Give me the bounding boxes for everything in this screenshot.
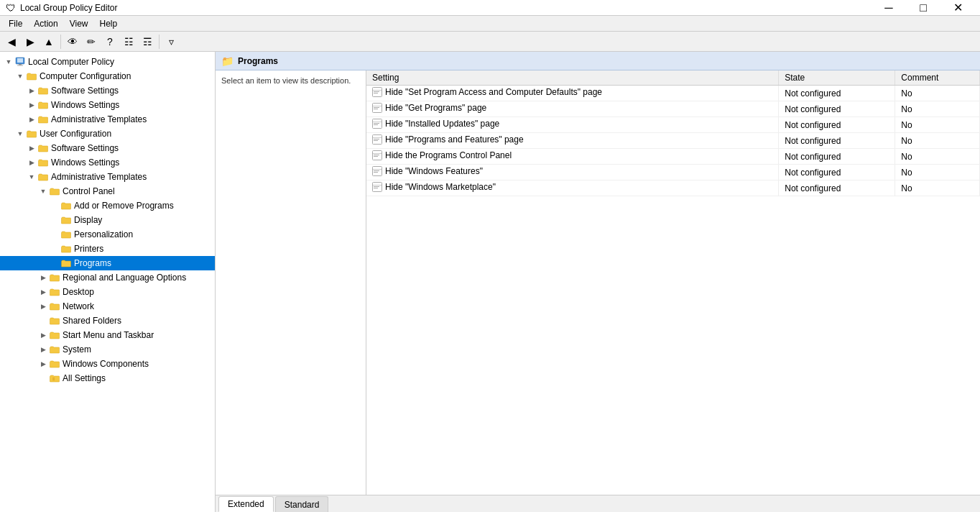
menu-item-action[interactable]: Action — [28, 16, 63, 32]
tree-toggle-regional-language[interactable] — [37, 272, 49, 283]
tree-toggle-windows-settings-cc[interactable] — [26, 99, 37, 111]
menu-item-file[interactable]: File — [3, 16, 28, 32]
table-row[interactable]: Hide "Windows Marketplace"Not configured… — [366, 180, 980, 196]
tree-toggle-admin-templates-uc[interactable] — [26, 171, 37, 183]
tree-item-user-configuration[interactable]: User Configuration — [0, 127, 215, 141]
tree-item-start-menu-taskbar[interactable]: Start Menu and Taskbar — [0, 328, 215, 342]
title-bar: 🛡 Local Group Policy Editor ─ □ ✕ — [0, 0, 980, 16]
tree-item-all-settings[interactable]: ≡All Settings — [0, 371, 215, 385]
tree-toggle-windows-components[interactable] — [37, 358, 49, 370]
tree-icon-software-settings-uc — [37, 142, 49, 154]
svg-rect-2 — [19, 64, 22, 65]
toolbar-filter[interactable]: ▿ — [162, 33, 180, 50]
toolbar-help[interactable]: ? — [101, 33, 119, 50]
tree-item-display[interactable]: Display — [0, 213, 215, 227]
minimize-button[interactable]: ─ — [872, 0, 905, 16]
toolbar-forward[interactable]: ▶ — [22, 33, 39, 50]
table-row[interactable]: Hide "Set Program Access and Computer De… — [366, 86, 980, 101]
state-cell: Not configured — [779, 86, 895, 101]
right-panel: 📁 Programs Select an item to view its de… — [216, 52, 980, 512]
tab-extended[interactable]: Extended — [218, 496, 274, 512]
col-setting[interactable]: Setting — [366, 70, 779, 86]
svg-rect-24 — [374, 156, 378, 157]
tree-item-computer-configuration[interactable]: Computer Configuration — [0, 69, 215, 83]
tree-label-system: System — [63, 344, 91, 355]
toolbar-properties[interactable]: ✏ — [83, 33, 100, 50]
maximize-button[interactable]: □ — [907, 0, 940, 16]
setting-cell: Hide the Programs Control Panel — [366, 149, 779, 165]
tree-label-shared-folders: Shared Folders — [63, 316, 121, 326]
tree-label-windows-settings-uc: Windows Settings — [51, 157, 119, 168]
tree-toggle-personalization[interactable] — [49, 229, 60, 240]
tree-item-windows-settings-cc[interactable]: Windows Settings — [0, 98, 215, 112]
tree-item-control-panel[interactable]: Control Panel — [0, 184, 215, 198]
tree-item-programs[interactable]: Programs — [0, 256, 215, 270]
tree-item-windows-components[interactable]: Windows Components — [0, 357, 215, 371]
tree-item-shared-folders[interactable]: Shared Folders — [0, 314, 215, 328]
tree-toggle-local-computer-policy[interactable] — [3, 56, 14, 68]
toolbar-back[interactable]: ◀ — [3, 33, 20, 50]
tree-toggle-network[interactable] — [37, 301, 49, 312]
toolbar-view2[interactable]: ☶ — [139, 33, 156, 50]
tree-toggle-all-settings[interactable] — [37, 372, 49, 384]
tree-item-personalization[interactable]: Personalization — [0, 227, 215, 242]
settings-panel[interactable]: Setting State Comment Hide "Set Program … — [366, 70, 980, 495]
tree-item-network[interactable]: Network — [0, 299, 215, 314]
tree-item-windows-settings-uc[interactable]: Windows Settings — [0, 155, 215, 170]
tree-label-local-computer-policy: Local Computer Policy — [28, 57, 114, 67]
menu-item-help[interactable]: Help — [94, 16, 124, 32]
tree-label-programs: Programs — [74, 258, 111, 268]
tree-item-local-computer-policy[interactable]: Local Computer Policy — [0, 55, 215, 69]
tree-item-printers[interactable]: Printers — [0, 242, 215, 256]
tree-item-system[interactable]: System — [0, 342, 215, 357]
table-row[interactable]: Hide the Programs Control PanelNot confi… — [366, 149, 980, 165]
tree-item-admin-templates-uc[interactable]: Administrative Templates — [0, 170, 215, 184]
tree-label-computer-configuration: Computer Configuration — [40, 71, 131, 81]
tree-toggle-software-settings-cc[interactable] — [26, 85, 37, 96]
svg-rect-8 — [374, 93, 378, 93]
tree-item-add-remove-programs[interactable]: Add or Remove Programs — [0, 198, 215, 213]
tree-icon-system — [49, 344, 60, 355]
tree-icon-windows-components — [49, 358, 60, 370]
col-comment[interactable]: Comment — [895, 70, 980, 86]
right-panel-title: Programs — [238, 56, 278, 66]
tree-toggle-add-remove-programs[interactable] — [49, 200, 60, 211]
tree-toggle-printers[interactable] — [49, 243, 60, 255]
tree-toggle-windows-settings-uc[interactable] — [26, 157, 37, 168]
tree-toggle-start-menu-taskbar[interactable] — [37, 329, 49, 341]
tree-label-desktop: Desktop — [63, 287, 94, 297]
table-row[interactable]: Hide "Programs and Features" pageNot con… — [366, 133, 980, 149]
tree-icon-network — [49, 301, 60, 312]
svg-rect-3 — [17, 65, 23, 66]
right-panel-header: 📁 Programs — [216, 52, 980, 70]
tree-icon-shared-folders — [49, 315, 60, 326]
tree-toggle-admin-templates-cc[interactable] — [26, 114, 37, 125]
tree-toggle-computer-configuration[interactable] — [14, 70, 26, 82]
close-button[interactable]: ✕ — [941, 0, 974, 16]
tree-toggle-display[interactable] — [49, 214, 60, 226]
menu-item-view[interactable]: View — [64, 16, 94, 32]
toolbar-up[interactable]: ▲ — [40, 33, 57, 50]
tree-toggle-system[interactable] — [37, 344, 49, 355]
tree-item-software-settings-cc[interactable]: Software Settings — [0, 83, 215, 98]
table-row[interactable]: Hide "Windows Features"Not configuredNo — [366, 165, 980, 180]
toolbar-view1[interactable]: ☷ — [120, 33, 137, 50]
tree-panel[interactable]: Local Computer PolicyComputer Configurat… — [0, 52, 216, 512]
tree-toggle-software-settings-uc[interactable] — [26, 142, 37, 154]
svg-rect-30 — [373, 185, 382, 186]
tree-item-desktop[interactable]: Desktop — [0, 285, 215, 299]
toolbar-show-hide[interactable]: 👁 — [64, 33, 81, 50]
tree-toggle-programs[interactable] — [49, 257, 60, 269]
tree-item-software-settings-uc[interactable]: Software Settings — [0, 141, 215, 155]
table-row[interactable]: Hide "Get Programs" pageNot configuredNo — [366, 101, 980, 117]
col-state[interactable]: State — [779, 70, 895, 86]
tree-toggle-control-panel[interactable] — [37, 186, 49, 197]
tree-item-admin-templates-cc[interactable]: Administrative Templates — [0, 112, 215, 127]
tree-toggle-user-configuration[interactable] — [14, 128, 26, 140]
table-row[interactable]: Hide "Installed Updates" pageNot configu… — [366, 117, 980, 133]
tab-standard[interactable]: Standard — [275, 496, 329, 512]
tree-toggle-desktop[interactable] — [37, 286, 49, 298]
svg-rect-14 — [373, 122, 382, 122]
tree-toggle-shared-folders[interactable] — [37, 315, 49, 326]
tree-item-regional-language[interactable]: Regional and Language Options — [0, 270, 215, 285]
